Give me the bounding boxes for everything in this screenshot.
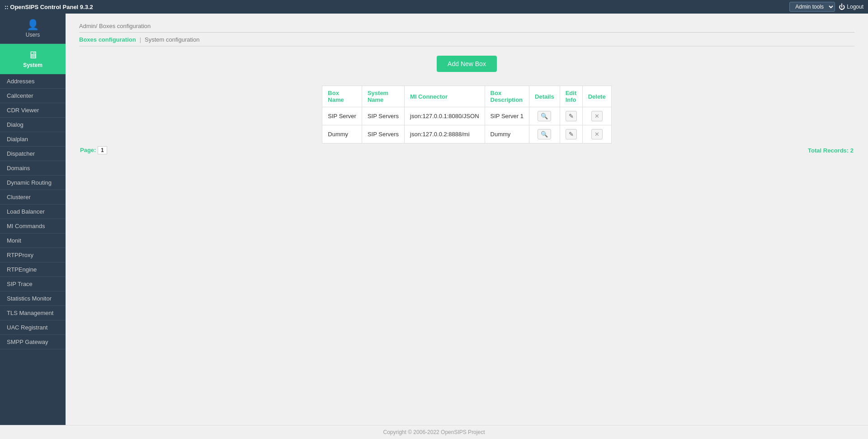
page-number[interactable]: 1 [98,146,107,154]
sidebar-item-sip-trace[interactable]: SIP Trace [0,277,66,291]
col-details: Details [529,86,560,107]
page-label: Page: [80,147,96,153]
edit-button[interactable]: ✎ [566,111,577,121]
page-footer: Copyright © 2006-2022 OpenSIPS Project [0,425,868,439]
sidebar-item-dialplan[interactable]: Dialplan [0,132,66,147]
sidebar-item-addresses[interactable]: Addresses [0,74,66,89]
sidebar-item-dynamic-routing[interactable]: Dynamic Routing [0,176,66,190]
mi-connector-cell: json:127.0.0.2:8888/mi [405,125,485,143]
edit-cell: ✎ [560,125,582,143]
details-button[interactable]: 🔍 [538,129,551,139]
table-body: SIP ServerSIP Serversjson:127.0.0.1:8080… [322,107,611,143]
sidebar-item-rtpproxy[interactable]: RTPProxy [0,248,66,262]
col-box-name: BoxName [322,86,362,107]
pagination-info: Page: 1 [80,146,107,154]
sidebar-item-domains[interactable]: Domains [0,161,66,176]
sidebar-item-statistics-monitor[interactable]: Statistics Monitor [0,291,66,306]
add-new-box-button[interactable]: Add New Box [437,56,497,72]
col-box-description: BoxDescription [485,86,529,107]
boxes-table: BoxName SystemName MI Connector BoxDescr… [322,86,611,143]
sidebar: 👤 Users 🖥 System AddressesCallcenterCDR … [0,14,66,425]
table-footer: Page: 1 Total Records: 2 [79,146,854,154]
table-header: BoxName SystemName MI Connector BoxDescr… [322,86,611,107]
sidebar-item-clusterer[interactable]: Clusterer [0,190,66,205]
admin-tools-dropdown[interactable]: Admin tools [789,2,835,12]
sidebar-item-dispatcher[interactable]: Dispatcher [0,147,66,161]
tab-separator: | [140,36,141,43]
box-description-cell: Dummy [485,125,529,143]
delete-button[interactable]: ✕ [591,129,603,139]
mi-connector-cell: json:127.0.0.1:8080/JSON [405,107,485,125]
sidebar-item-smpp-gateway[interactable]: SMPP Gateway [0,335,66,349]
sidebar-item-load-balancer[interactable]: Load Balancer [0,205,66,219]
table-row: DummySIP Serversjson:127.0.0.2:8888/miDu… [322,125,611,143]
system-label: System [23,62,42,68]
system-name-cell: SIP Servers [362,125,404,143]
col-edit-info: EditInfo [560,86,582,107]
box-description-cell: SIP Server 1 [485,107,529,125]
sidebar-item-callcenter[interactable]: Callcenter [0,89,66,103]
col-mi-connector: MI Connector [405,86,485,107]
sidebar-item-dialog[interactable]: Dialog [0,118,66,132]
sidebar-item-rtpengine[interactable]: RTPEngine [0,262,66,277]
logout-button[interactable]: ⏻ Logout [839,3,863,10]
sidebar-item-monit[interactable]: Monit [0,234,66,248]
sidebar-item-cdr-viewer[interactable]: CDR Viewer [0,103,66,118]
edit-button[interactable]: ✎ [566,129,577,139]
sidebar-item-system[interactable]: 🖥 System [0,44,66,74]
sidebar-item-tls-management[interactable]: TLS Management [0,306,66,320]
system-icon: 🖥 [28,49,38,61]
details-cell: 🔍 [529,125,560,143]
box-name-cell: Dummy [322,125,362,143]
footer-copyright: Copyright © 2006-2022 OpenSIPS Project [383,429,485,435]
sidebar-item-mi-commands[interactable]: MI Commands [0,219,66,234]
table-row: SIP ServerSIP Serversjson:127.0.0.1:8080… [322,107,611,125]
col-delete: Delete [582,86,611,107]
delete-button[interactable]: ✕ [591,111,603,121]
topbar-right: Admin tools ⏻ Logout [789,2,863,12]
sidebar-nav: AddressesCallcenterCDR ViewerDialogDialp… [0,74,66,349]
power-icon: ⏻ [839,3,845,10]
sidebar-item-uac-registrant[interactable]: UAC Registrant [0,320,66,335]
breadcrumb-text: Admin/ Boxes configuration [79,23,151,29]
main-content: Admin/ Boxes configuration Boxes configu… [66,14,868,425]
details-button[interactable]: 🔍 [538,111,551,121]
app-title: :: OpenSIPS Control Panel 9.3.2 [5,4,93,10]
users-label: Users [26,32,40,38]
logout-label: Logout [847,4,863,10]
box-name-cell: SIP Server [322,107,362,125]
delete-cell: ✕ [582,125,611,143]
delete-cell: ✕ [582,107,611,125]
tab-boxes-configuration[interactable]: Boxes configuration [79,36,136,43]
total-records: Total Records: 2 [808,147,854,154]
page-tabs: Boxes configuration | System configurati… [79,36,854,47]
users-icon: 👤 [27,19,39,31]
main-layout: 👤 Users 🖥 System AddressesCallcenterCDR … [0,14,868,425]
col-system-name: SystemName [362,86,404,107]
topbar: :: OpenSIPS Control Panel 9.3.2 Admin to… [0,0,868,14]
breadcrumb: Admin/ Boxes configuration [79,23,854,33]
tab-system-configuration[interactable]: System configuration [145,36,199,43]
sidebar-item-users[interactable]: 👤 Users [0,14,66,44]
system-name-cell: SIP Servers [362,107,404,125]
details-cell: 🔍 [529,107,560,125]
edit-cell: ✎ [560,107,582,125]
